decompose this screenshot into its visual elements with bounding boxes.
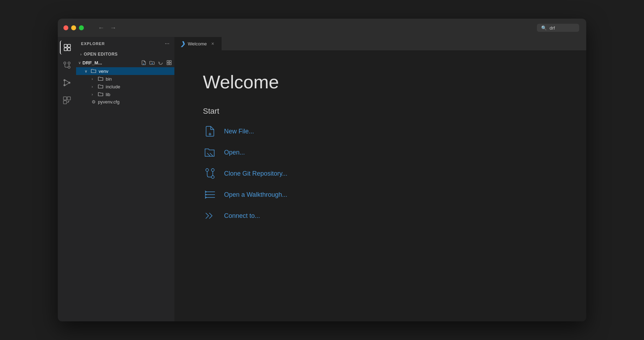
search-text: drf: [550, 25, 555, 31]
maximize-button[interactable]: [79, 25, 84, 30]
project-chevron: ∨: [78, 61, 81, 65]
vscode-window: ← → 🔍 drf: [58, 19, 586, 321]
connect-label: Connect to...: [224, 212, 260, 220]
svg-point-27: [206, 169, 209, 171]
svg-point-6: [68, 62, 70, 64]
include-label: include: [106, 84, 174, 89]
include-chevron: ›: [92, 84, 96, 89]
tree-item-pyvenv[interactable]: ⚙ pyvenv.cfg: [76, 98, 174, 106]
back-button[interactable]: ←: [98, 24, 104, 32]
svg-rect-13: [67, 97, 70, 100]
vscode-logo-icon: ❯: [180, 40, 185, 47]
tree-item-include[interactable]: › include: [76, 83, 174, 90]
walkthrough-action[interactable]: Open a Walkthrough...: [203, 188, 558, 202]
welcome-tab[interactable]: ❯ Welcome ×: [175, 37, 222, 50]
tab-bar: ❯ Welcome ×: [175, 37, 586, 50]
svg-point-4: [64, 62, 66, 64]
project-toolbar: [141, 59, 172, 66]
svg-rect-19: [167, 61, 169, 62]
venv-chevron: ∨: [85, 69, 89, 74]
svg-point-28: [211, 176, 214, 178]
open-action[interactable]: Open...: [203, 145, 558, 159]
sidebar-item-extensions[interactable]: [60, 93, 74, 107]
new-file-icon[interactable]: [141, 59, 147, 66]
titlebar: ← → 🔍 drf: [58, 19, 586, 37]
venv-label: venv: [99, 69, 174, 74]
svg-rect-14: [63, 101, 67, 104]
open-folder-icon: [203, 145, 217, 159]
explorer-section: › OPEN EDITORS ∨ DRF_M...: [76, 50, 174, 321]
svg-point-5: [68, 66, 70, 68]
folder-icon: [98, 92, 104, 97]
search-bar[interactable]: 🔍 drf: [537, 24, 579, 32]
search-icon: 🔍: [541, 25, 547, 31]
open-label: Open...: [224, 149, 245, 156]
svg-point-29: [211, 169, 214, 171]
welcome-heading: Welcome: [203, 71, 558, 93]
close-tab-button[interactable]: ×: [210, 40, 216, 47]
svg-rect-0: [64, 44, 67, 47]
forward-button[interactable]: →: [110, 24, 116, 32]
svg-point-9: [64, 84, 65, 86]
svg-rect-12: [63, 97, 67, 100]
welcome-page: Welcome Start New File...: [175, 50, 586, 321]
svg-rect-1: [68, 44, 70, 47]
sidebar-item-explorer[interactable]: [60, 40, 74, 55]
clone-git-action[interactable]: Clone Git Repository...: [203, 166, 558, 181]
close-button[interactable]: [63, 25, 68, 30]
open-editors-chevron: ›: [80, 52, 82, 56]
svg-point-10: [69, 82, 70, 83]
activity-bar: [58, 37, 76, 321]
new-file-icon: [203, 124, 217, 138]
lib-chevron: ›: [92, 92, 96, 96]
folder-icon: [91, 68, 97, 74]
gear-icon: ⚙: [92, 99, 96, 105]
new-folder-icon[interactable]: [149, 59, 155, 66]
bin-label: bin: [106, 76, 174, 82]
minimize-button[interactable]: [71, 25, 76, 30]
walkthrough-label: Open a Walkthrough...: [224, 191, 287, 199]
svg-rect-22: [169, 63, 171, 65]
project-name: DRF_M...: [82, 60, 139, 65]
sidebar-item-source-control[interactable]: [60, 58, 74, 72]
editor-area: ❯ Welcome × Welcome Start: [175, 37, 586, 321]
sidebar-item-run-debug[interactable]: [60, 76, 74, 90]
folder-icon: [98, 76, 104, 82]
project-header[interactable]: ∨ DRF_M...: [76, 58, 174, 67]
svg-line-26: [210, 153, 213, 156]
connect-action[interactable]: Connect to...: [203, 209, 558, 223]
navigation-buttons: ← →: [98, 24, 116, 32]
sidebar-title: EXPLORER: [81, 42, 105, 46]
git-icon: [203, 166, 217, 181]
connect-icon: [203, 209, 217, 223]
tree-item-venv[interactable]: ∨ venv: [76, 67, 174, 75]
open-editors-header[interactable]: › OPEN EDITORS: [76, 50, 174, 58]
new-file-label: New File...: [224, 128, 254, 135]
clone-git-label: Clone Git Repository...: [224, 170, 287, 177]
refresh-icon[interactable]: [157, 59, 164, 66]
collapse-icon[interactable]: [166, 59, 172, 66]
lib-label: lib: [106, 92, 174, 97]
welcome-tab-label: Welcome: [188, 41, 207, 46]
start-section-title: Start: [203, 107, 558, 116]
pyvenv-label: pyvenv.cfg: [98, 99, 174, 105]
tree-item-lib[interactable]: › lib: [76, 90, 174, 98]
new-file-action[interactable]: New File...: [203, 124, 558, 138]
sidebar-header: EXPLORER ···: [76, 37, 174, 50]
bin-chevron: ›: [92, 77, 96, 81]
traffic-lights: [63, 25, 84, 30]
sidebar-more-actions[interactable]: ···: [165, 40, 169, 47]
svg-rect-20: [169, 61, 171, 62]
svg-point-11: [64, 80, 65, 81]
open-editors-label: OPEN EDITORS: [84, 52, 118, 57]
svg-line-25: [207, 153, 210, 156]
svg-rect-21: [167, 63, 169, 65]
svg-rect-3: [68, 48, 70, 51]
folder-icon: [98, 84, 104, 89]
svg-rect-2: [64, 48, 67, 51]
tree-item-bin[interactable]: › bin: [76, 75, 174, 83]
sidebar: EXPLORER ··· › OPEN EDITORS ∨ DRF_M...: [76, 37, 175, 321]
walkthrough-icon: [203, 188, 217, 202]
main-area: EXPLORER ··· › OPEN EDITORS ∨ DRF_M...: [58, 37, 586, 321]
